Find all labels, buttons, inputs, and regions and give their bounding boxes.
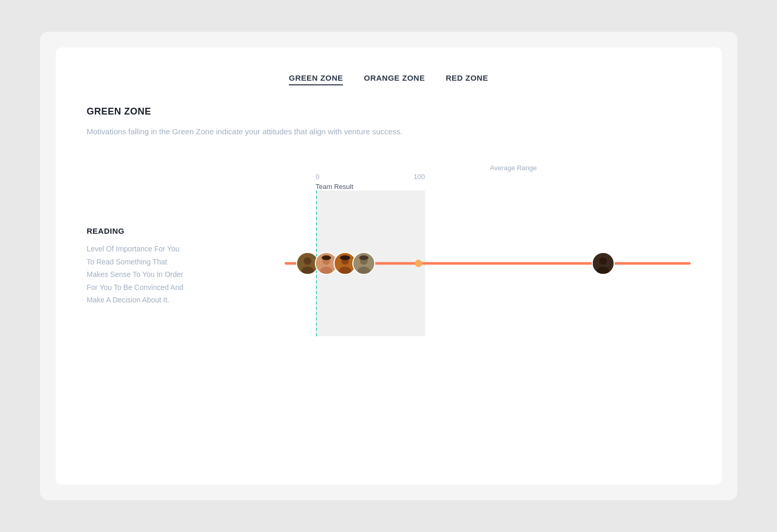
svg-point-5 xyxy=(320,267,333,275)
svg-point-16 xyxy=(599,257,607,265)
svg-point-13 xyxy=(358,267,370,275)
svg-point-6 xyxy=(321,256,330,260)
reading-line-5: Make A Decision About It. xyxy=(87,296,170,304)
svg-point-9 xyxy=(339,267,351,275)
tab-red-zone[interactable]: RED ZONE xyxy=(445,73,488,85)
axis-labels: 0 100 xyxy=(316,173,425,181)
avatar-5 xyxy=(592,252,615,275)
reading-title: READING xyxy=(87,226,285,235)
svg-point-2 xyxy=(301,267,314,275)
team-result-label: Team Result xyxy=(316,183,353,191)
svg-point-1 xyxy=(303,257,311,265)
zone-tabs: GREEN ZONE ORANGE ZONE RED ZONE xyxy=(87,73,691,85)
tab-green-zone[interactable]: GREEN ZONE xyxy=(289,73,343,85)
avatar-single xyxy=(592,252,615,275)
chart-right: Average Range 0 100 Team Result xyxy=(285,164,691,336)
section-description: Motivations falling in the Green Zone in… xyxy=(87,125,691,138)
avatars-group xyxy=(296,252,375,275)
reading-line-1: Level Of Importance For You xyxy=(87,245,180,253)
reading-line-4: For You To Be Convinced And xyxy=(87,283,184,292)
reading-line-2: To Read Something That xyxy=(87,258,168,266)
axis-end-label: 100 xyxy=(414,173,425,181)
svg-point-14 xyxy=(359,256,368,260)
yellow-marker xyxy=(415,260,422,267)
chart-section: READING Level Of Importance For You To R… xyxy=(87,164,691,336)
section-title: GREEN ZONE xyxy=(87,106,691,117)
chart-left: READING Level Of Importance For You To R… xyxy=(87,164,285,336)
outer-card: GREEN ZONE ORANGE ZONE RED ZONE GREEN ZO… xyxy=(40,32,737,500)
svg-point-17 xyxy=(597,267,609,275)
reading-description: Level Of Importance For You To Read Some… xyxy=(87,243,285,307)
axis-start-label: 0 xyxy=(316,173,320,181)
avatar-4 xyxy=(352,252,375,275)
chart-area xyxy=(285,191,691,336)
svg-point-10 xyxy=(340,256,350,260)
reading-line-3: Makes Sense To You In Order xyxy=(87,270,184,278)
tab-orange-zone[interactable]: ORANGE ZONE xyxy=(364,73,425,85)
avg-range-label: Average Range xyxy=(490,164,537,172)
inner-card: GREEN ZONE ORANGE ZONE RED ZONE GREEN ZO… xyxy=(56,47,722,485)
